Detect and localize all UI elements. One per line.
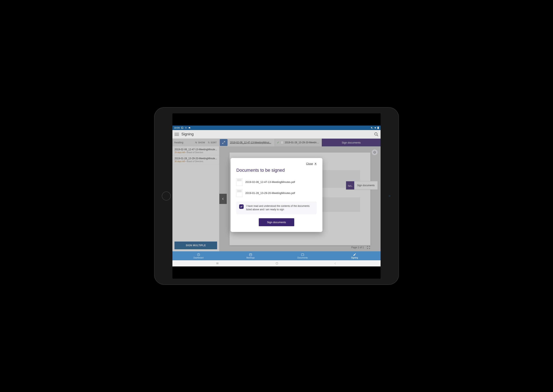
close-icon: ✕: [314, 162, 317, 165]
camera-dot: [389, 195, 390, 197]
doc-thumb-icon: [236, 189, 242, 197]
doc-thumb-icon: [236, 178, 242, 186]
nav-label: Dashboard: [194, 257, 203, 259]
app-body: Awaiting SHOW SORT 2019-02-: [173, 139, 380, 251]
svg-point-1: [182, 127, 182, 128]
modal-doc-name: 2019-02-06_12-47-13-MeetingMinutes.pdf: [245, 181, 295, 184]
svg-point-2: [186, 128, 186, 128]
battery-icon: [377, 126, 379, 129]
mute-icon: [371, 126, 373, 129]
modal-doc-item[interactable]: 2019-02-06_12-47-13-MeetingMinutes.pdf: [236, 177, 317, 188]
app-header: Signing: [173, 130, 380, 139]
consent-checkbox[interactable]: [239, 204, 244, 209]
modal-sign-button[interactable]: Sign documents: [259, 218, 294, 226]
modal-doc-name: 2019-01-28_13-29-20-MeetingMinutes.pdf: [245, 191, 295, 195]
sign-documents-modal: Close ✕ Documents to be signed 2019-02-0…: [231, 158, 322, 232]
svg-point-6: [375, 133, 377, 135]
recent-apps-button[interactable]: [216, 262, 220, 265]
top-letterbox: [173, 113, 380, 126]
home-button[interactable]: [162, 191, 171, 201]
nav-meetings[interactable]: Meetings: [224, 251, 276, 260]
modal-title: Documents to be signed: [236, 168, 317, 173]
modal-doc-item[interactable]: 2019-01-28_13-29-20-MeetingMinutes.pdf: [236, 188, 317, 199]
tablet-frame: 10:09: [154, 107, 399, 285]
screen: 10:09: [173, 113, 380, 279]
consent-text: I have read and understood the contents …: [246, 204, 314, 211]
svg-rect-0: [181, 127, 183, 129]
image-icon: [181, 126, 183, 129]
home-nav-button[interactable]: [275, 262, 278, 265]
status-time: 10:09: [174, 126, 180, 129]
nav-documents[interactable]: Documents: [276, 251, 329, 260]
cloud-icon: [188, 126, 191, 129]
nav-label: Signing: [351, 257, 358, 259]
wifi-icon: [374, 126, 376, 129]
svg-rect-25: [276, 262, 278, 264]
nav-dashboard[interactable]: Dashboard: [173, 251, 224, 260]
page-title: Signing: [181, 132, 374, 136]
status-bar: 10:09: [173, 126, 380, 130]
consent-box: I have read and understood the contents …: [236, 202, 317, 214]
android-nav-bar: [173, 260, 380, 266]
svg-line-7: [377, 135, 378, 136]
svg-rect-18: [249, 254, 252, 256]
gear-icon: [185, 126, 187, 129]
menu-icon[interactable]: [174, 132, 179, 137]
bottom-nav: Dashboard Meetings Documents Signing: [173, 251, 380, 260]
bottom-letterbox: [173, 266, 380, 279]
close-label: Close: [306, 162, 313, 165]
close-button[interactable]: Close ✕: [236, 162, 317, 165]
modal-overlay[interactable]: Close ✕ Documents to be signed 2019-02-0…: [173, 139, 380, 251]
search-icon[interactable]: [374, 132, 379, 137]
svg-rect-5: [378, 126, 378, 127]
nav-label: Documents: [297, 257, 308, 259]
svg-rect-4: [378, 127, 379, 129]
back-nav-button[interactable]: [334, 262, 337, 265]
nav-signing[interactable]: Signing: [329, 251, 380, 260]
nav-label: Meetings: [246, 257, 255, 259]
